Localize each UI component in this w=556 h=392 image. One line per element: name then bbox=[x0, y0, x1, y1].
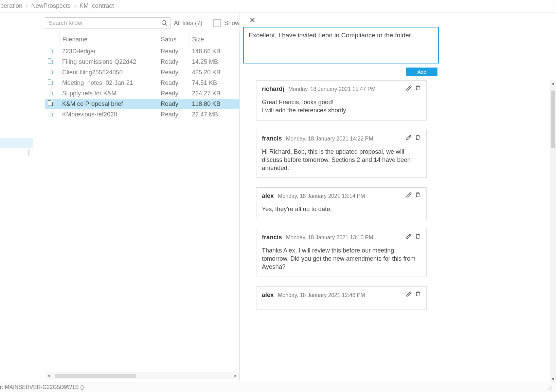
scroll-down-icon[interactable]: ▼ bbox=[551, 376, 555, 382]
comment-body: Yes, they're all up to date. bbox=[262, 205, 421, 213]
edit-icon[interactable] bbox=[406, 291, 412, 297]
comment-body: Thanks Alex, I will review this before o… bbox=[262, 246, 421, 271]
file-status: Ready bbox=[158, 46, 189, 57]
chevron-right-icon: › bbox=[74, 2, 76, 10]
splitter-handle[interactable]: || bbox=[28, 148, 34, 160]
file-size: 14.25 MB bbox=[189, 57, 239, 67]
file-icon bbox=[48, 48, 53, 53]
delete-icon[interactable] bbox=[415, 192, 421, 198]
col-icon-header[interactable] bbox=[45, 33, 59, 46]
sidebar-selection bbox=[0, 138, 33, 148]
comment: francisMonday, 18 January 2021 14:22 PMH… bbox=[256, 130, 427, 178]
breadcrumb[interactable]: peration › NewProspects › KM_contract bbox=[0, 2, 556, 10]
breadcrumb-item[interactable]: peration bbox=[0, 2, 22, 10]
comment-body: Great Francis, looks good! I will add th… bbox=[262, 98, 421, 115]
show-checkbox[interactable] bbox=[213, 19, 221, 27]
comment-author: alex bbox=[262, 292, 274, 299]
comment-author: alex bbox=[262, 192, 274, 200]
file-name: Meeting_notes_02-Jan-21 bbox=[59, 78, 158, 88]
delete-icon[interactable] bbox=[415, 85, 421, 91]
file-size: 148.66 KB bbox=[189, 46, 239, 57]
edit-icon[interactable] bbox=[406, 233, 412, 239]
comment: richardjMonday, 18 January 2021 15:47 PM… bbox=[256, 80, 427, 120]
edit-icon[interactable] bbox=[406, 134, 412, 141]
file-status: Ready bbox=[158, 88, 189, 99]
comment-timestamp: Monday, 18 January 2021 14:22 PM bbox=[286, 136, 373, 142]
file-status: Ready bbox=[158, 78, 189, 88]
file-size: 224.27 KB bbox=[189, 88, 239, 99]
file-name: 223D-ledger bbox=[59, 46, 158, 57]
file-size: 118.80 KB bbox=[189, 99, 239, 109]
file-icon bbox=[48, 90, 53, 95]
delete-icon[interactable] bbox=[415, 134, 421, 141]
breadcrumb-item[interactable]: KM_contract bbox=[79, 2, 114, 10]
status-text: r: MAINSERVER-G22G5D9W1S () bbox=[0, 384, 84, 390]
comment-compose-input[interactable] bbox=[243, 27, 439, 63]
comment: alexMonday, 18 January 2021 13:14 PMYes,… bbox=[256, 187, 427, 219]
col-size-header[interactable]: Size bbox=[189, 33, 239, 46]
scroll-thumb[interactable] bbox=[551, 91, 555, 148]
file-status: Ready bbox=[158, 57, 189, 67]
comment-author: francis bbox=[262, 135, 282, 142]
search-icon bbox=[161, 20, 168, 26]
file-icon bbox=[48, 100, 53, 106]
scroll-right-icon[interactable]: ► bbox=[234, 373, 238, 378]
resize-grip-icon[interactable] bbox=[545, 384, 553, 391]
file-icon bbox=[48, 111, 53, 116]
file-row[interactable]: KMprevious-ref2020Ready22.47 MB bbox=[45, 109, 239, 120]
col-name-header[interactable]: Filename bbox=[59, 33, 158, 46]
file-status: Ready bbox=[158, 67, 189, 78]
svg-line-3 bbox=[549, 387, 552, 390]
close-icon[interactable]: ✕ bbox=[249, 16, 255, 24]
comment: alexMonday, 18 January 2021 12:48 PM bbox=[256, 286, 427, 310]
edit-icon[interactable] bbox=[406, 85, 412, 91]
comments-panel: ✕ Add richardjMonday, 18 January 2021 15… bbox=[239, 13, 556, 382]
status-bar: r: MAINSERVER-G22G5D9W1S () bbox=[0, 382, 556, 392]
v-scrollbar[interactable]: ▲ ▼ bbox=[550, 80, 556, 382]
breadcrumb-item[interactable]: NewProspects bbox=[31, 2, 71, 10]
files-count-label: All files (7) bbox=[174, 20, 202, 27]
comment-timestamp: Monday, 18 January 2021 15:47 PM bbox=[288, 86, 376, 92]
file-name: K&M co Proposal brief bbox=[59, 99, 158, 109]
svg-point-0 bbox=[162, 21, 166, 25]
file-size: 22.47 MB bbox=[189, 109, 239, 120]
comment-timestamp: Monday, 18 January 2021 13:10 PM bbox=[286, 235, 373, 241]
file-name: Client filing255624050 bbox=[59, 67, 158, 78]
file-name: Filing-submissions-Q22d42 bbox=[59, 57, 158, 67]
comment-timestamp: Monday, 18 January 2021 12:48 PM bbox=[278, 292, 365, 298]
delete-icon[interactable] bbox=[415, 233, 421, 239]
comment-body: Hi Richard, Bob, this is the updated pro… bbox=[262, 148, 421, 172]
file-status: Ready bbox=[158, 109, 189, 120]
comment-timestamp: Monday, 18 January 2021 13:14 PM bbox=[278, 193, 365, 199]
comment-author: richardj bbox=[262, 86, 284, 93]
file-size: 74.51 KB bbox=[189, 78, 239, 88]
file-status: Ready bbox=[158, 99, 189, 109]
file-row[interactable]: Client filing255624050Ready425.20 KB bbox=[45, 67, 239, 78]
scroll-thumb[interactable] bbox=[55, 374, 136, 378]
search-input[interactable] bbox=[45, 17, 171, 29]
show-label: Show bbox=[224, 20, 239, 27]
file-name: Supply refs for K&M bbox=[59, 88, 158, 99]
file-row[interactable]: K&M co Proposal briefReady118.80 KB bbox=[45, 99, 239, 109]
file-icon bbox=[48, 69, 53, 74]
file-row[interactable]: 223D-ledgerReady148.66 KB bbox=[45, 46, 239, 57]
svg-line-4 bbox=[551, 389, 552, 390]
add-comment-button[interactable]: Add bbox=[406, 68, 437, 76]
scroll-left-icon[interactable]: ◄ bbox=[47, 373, 51, 378]
chevron-right-icon: › bbox=[26, 2, 28, 10]
edit-icon[interactable] bbox=[406, 192, 412, 198]
comment: francisMonday, 18 January 2021 13:10 PMT… bbox=[256, 229, 427, 277]
col-status-header[interactable]: Satus bbox=[158, 33, 189, 46]
file-name: KMprevious-ref2020 bbox=[59, 109, 158, 120]
file-size: 425.20 KB bbox=[189, 67, 239, 78]
file-row[interactable]: Meeting_notes_02-Jan-21Ready74.51 KB bbox=[45, 78, 239, 88]
sidebar-spacer: || bbox=[0, 13, 34, 382]
file-list-panel: All files (7) Show Filename Satus Size bbox=[34, 13, 239, 382]
file-icon bbox=[48, 58, 53, 64]
file-row[interactable]: Supply refs for K&MReady224.27 KB bbox=[45, 88, 239, 99]
h-scrollbar[interactable]: ◄ ► bbox=[45, 372, 239, 379]
svg-line-1 bbox=[165, 24, 167, 26]
file-row[interactable]: Filing-submissions-Q22d42Ready14.25 MB bbox=[45, 57, 239, 67]
delete-icon[interactable] bbox=[415, 291, 421, 297]
scroll-up-icon[interactable]: ▲ bbox=[551, 80, 555, 86]
